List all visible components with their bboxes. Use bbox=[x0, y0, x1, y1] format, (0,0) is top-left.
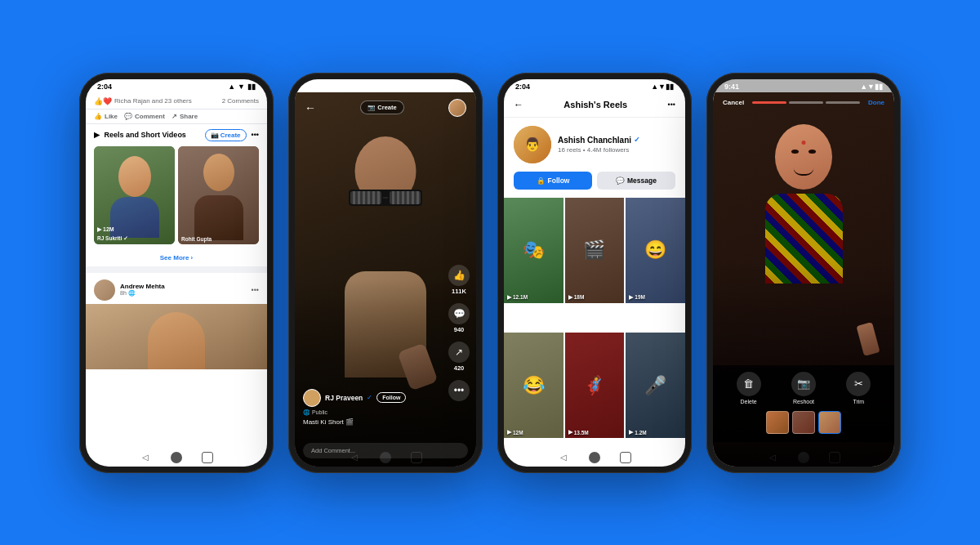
phone-3-nav: ◁ bbox=[558, 452, 631, 463]
square-button-3[interactable] bbox=[620, 452, 631, 463]
creator-avatar bbox=[303, 389, 321, 407]
verified-badge: ✓ bbox=[634, 136, 640, 144]
lock-icon: 🔒 bbox=[537, 176, 546, 185]
reels-title-bar: ▶ Reels and Short Videos 📷 Create ••• bbox=[94, 129, 259, 141]
status-bar-3: 2:04 ▲▼▮▮ bbox=[504, 79, 685, 92]
follow-button[interactable]: 🔒 Follow bbox=[514, 172, 592, 190]
reshoot-action[interactable]: 📷 Reshoot bbox=[791, 372, 816, 404]
trim-action[interactable]: ✂ Trim bbox=[846, 372, 871, 404]
create-reels-btn[interactable]: 📷 Create bbox=[205, 129, 247, 141]
reel-views-6: ▶ 1.2M bbox=[629, 429, 646, 436]
profile-name: Ashish Chanchlani ✓ bbox=[558, 136, 640, 145]
back-button-3[interactable]: ◁ bbox=[558, 452, 569, 463]
cancel-recording-btn[interactable]: Cancel bbox=[723, 99, 744, 106]
follow-pill-btn[interactable]: Follow bbox=[376, 392, 406, 403]
status-time-3: 2:04 bbox=[515, 83, 530, 91]
profile-reel-1[interactable]: 🎭 ▶ 12.1M bbox=[504, 198, 564, 303]
recording-top-bar: Cancel Done bbox=[713, 92, 894, 113]
reel-views-5: ▶ 13.5M bbox=[568, 429, 589, 436]
profile-header-bar: ← Ashish's Reels ••• bbox=[504, 92, 685, 118]
profile-section: 👨 Ashish Chanchlani ✓ 16 reels • 4.4M fo… bbox=[504, 118, 685, 172]
done-recording-btn[interactable]: Done bbox=[868, 99, 884, 106]
post-header-1: 👍❤️ Richa Rajan and 23 others 2 Comments bbox=[86, 92, 267, 109]
globe-icon-reel: 🌐 bbox=[303, 409, 312, 415]
status-time-2: 2:04 bbox=[306, 83, 321, 91]
share-button[interactable]: ↗ Share bbox=[172, 113, 198, 120]
comment-button[interactable]: 💬 Comment bbox=[124, 113, 165, 120]
reel-visibility: 🌐 Public bbox=[303, 409, 440, 416]
phone-4: 9:41 ▲▼▮▮ bbox=[706, 73, 901, 473]
post-more-icon[interactable]: ••• bbox=[252, 286, 259, 294]
message-button[interactable]: 💬 Message bbox=[597, 172, 675, 190]
share-reel-icon: ↗ bbox=[448, 342, 470, 363]
share-action[interactable]: ↗ 420 bbox=[448, 342, 470, 372]
back-btn-profile[interactable]: ← bbox=[514, 99, 523, 110]
more-action[interactable]: ••• bbox=[448, 380, 470, 401]
phone-1: 2:04 ▲ ▼ ▮▮ 👍❤️ Richa Rajan and 23 other… bbox=[79, 73, 274, 473]
phones-container: 2:04 ▲ ▼ ▮▮ 👍❤️ Richa Rajan and 23 other… bbox=[63, 56, 917, 489]
profile-stats: 16 reels • 4.4M followers bbox=[558, 146, 640, 154]
reel-thumb-2[interactable]: Rohit Gupta bbox=[178, 146, 259, 244]
reel-caption: Masti Ki Short 🎬 bbox=[303, 418, 440, 426]
post-image bbox=[86, 304, 267, 369]
profile-page-title: Ashish's Reels bbox=[564, 100, 627, 109]
globe-icon: 🌐 bbox=[128, 290, 136, 296]
more-reels-icon[interactable]: ••• bbox=[252, 131, 259, 139]
status-icons-2: ▲▼▮▮ bbox=[442, 83, 465, 91]
reshoot-icon: 📷 bbox=[791, 372, 816, 396]
status-icons-3: ▲▼▮▮ bbox=[651, 83, 674, 91]
thumb-1[interactable] bbox=[766, 411, 789, 434]
reel-right-actions: 👍 111K 💬 940 ↗ 420 ••• bbox=[448, 265, 470, 401]
recording-action-row: 🗑 Delete 📷 Reshoot ✂ Trim bbox=[721, 372, 886, 404]
creator-name: RJ Praveen bbox=[325, 394, 363, 402]
delete-label: Delete bbox=[741, 399, 757, 404]
comment-reel-icon: 💬 bbox=[448, 303, 470, 324]
reel-thumb-1[interactable]: RJ Sukriti ✓ ▶12M bbox=[94, 146, 175, 244]
progress-bar-3 bbox=[826, 101, 860, 104]
delete-action[interactable]: 🗑 Delete bbox=[737, 372, 761, 404]
see-more-bar[interactable]: See More › bbox=[86, 249, 267, 273]
thumb-2[interactable] bbox=[792, 411, 815, 434]
comment-count: 940 bbox=[454, 326, 465, 333]
thumb-3[interactable] bbox=[818, 411, 841, 434]
create-reel-btn[interactable]: 📷 Create bbox=[360, 101, 403, 114]
poster-name: Andrew Mehta bbox=[120, 283, 247, 290]
reel-comment-bar[interactable]: Add Comment... bbox=[303, 443, 468, 458]
back-button-1[interactable]: ◁ bbox=[140, 452, 151, 463]
creator-verified: ✓ bbox=[367, 394, 372, 401]
mini-post-info: Andrew Mehta 8h 🌐 bbox=[120, 283, 247, 297]
thumbnails-strip bbox=[721, 411, 886, 434]
like-icon: 👍 bbox=[94, 113, 102, 120]
back-arrow-reel[interactable]: ← bbox=[305, 101, 316, 114]
like-button[interactable]: 👍 Like bbox=[94, 113, 118, 120]
square-button-1[interactable] bbox=[202, 452, 213, 463]
profile-reel-2[interactable]: 🎬 ▶ 18M bbox=[565, 198, 625, 303]
reels-grid: RJ Sukriti ✓ ▶12M Rohit Gupta bbox=[94, 146, 259, 244]
comment-action[interactable]: 💬 940 bbox=[448, 303, 470, 333]
reshoot-label: Reshoot bbox=[793, 399, 814, 404]
more-profile-icon[interactable]: ••• bbox=[668, 101, 675, 109]
recording-bottom-controls: 🗑 Delete 📷 Reshoot ✂ Trim bbox=[713, 365, 894, 442]
reel-bottom-info: RJ Praveen ✓ Follow 🌐 Public Masti Ki Sh… bbox=[303, 389, 440, 426]
progress-bar-1 bbox=[752, 101, 786, 104]
profile-reel-6[interactable]: 🎤 ▶ 1.2M bbox=[626, 333, 685, 438]
profile-avatar: 👨 bbox=[514, 126, 551, 163]
profile-reel-4[interactable]: 😂 ▶ 12M bbox=[504, 333, 564, 438]
trim-label: Trim bbox=[853, 399, 864, 404]
reel-views-3: ▶ 19M bbox=[629, 294, 645, 301]
video-icon: ▶ bbox=[94, 131, 100, 139]
profile-reel-5[interactable]: 🦸 ▶ 13.5M bbox=[565, 333, 625, 438]
status-time-1: 2:04 bbox=[97, 83, 112, 91]
profile-action-btns: 🔒 Follow 💬 Message bbox=[504, 172, 685, 198]
comments-count: 2 Comments bbox=[222, 97, 259, 105]
home-button-3[interactable] bbox=[589, 452, 600, 463]
share-icon: ↗ bbox=[172, 113, 177, 120]
home-button-1[interactable] bbox=[171, 452, 182, 463]
like-action[interactable]: 👍 111K bbox=[448, 265, 470, 295]
profile-reel-3[interactable]: 😄 ▶ 19M bbox=[626, 198, 685, 303]
status-icons-4: ▲▼▮▮ bbox=[860, 83, 883, 91]
creator-avatar-top bbox=[448, 99, 466, 117]
recording-view: Cancel Done 🗑 Delete bbox=[713, 92, 894, 467]
camera-reel-icon: 📷 bbox=[368, 104, 375, 111]
phone-2: 2:04 ▲▼▮▮ bbox=[288, 73, 483, 473]
